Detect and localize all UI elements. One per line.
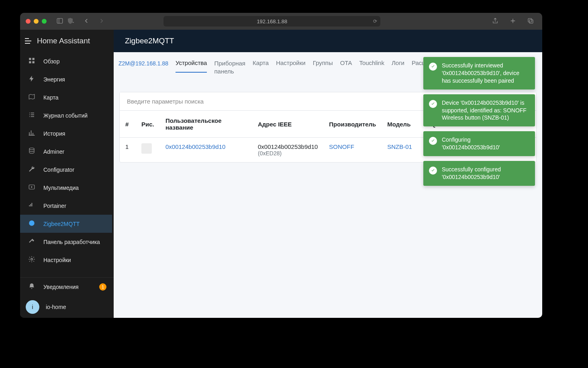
sidebar: Home Assistant Обзор Энергия Карта Журн (20, 30, 114, 318)
map-icon (27, 93, 36, 102)
tab-logs[interactable]: Логи (392, 59, 404, 72)
tab-devices[interactable]: Устройства (176, 59, 207, 73)
sidebar-item-zigbee2mqtt[interactable]: Zigbee2MQTT (20, 215, 112, 233)
toast-message: Configuring '0x00124b00253b9d10' (442, 136, 529, 151)
sidebar-item-media[interactable]: Мультимедиа (20, 179, 112, 197)
sidebar-item-configurator[interactable]: Configurator (20, 161, 112, 179)
bridge-link[interactable]: Z2M@192.168.1.88 (118, 59, 168, 67)
notifications-badge: 1 (99, 283, 106, 291)
sidebar-item-label: Обзор (43, 58, 59, 65)
play-icon (27, 183, 36, 192)
sidebar-item-devtools[interactable]: Панель разработчика (20, 233, 112, 251)
docker-icon (27, 201, 36, 210)
sidebar-item-energy[interactable]: Энергия (20, 70, 112, 88)
url-bar[interactable]: 192.168.1.88 ⟳ (163, 16, 380, 26)
mfr-link[interactable]: SONOFF (329, 143, 354, 150)
device-image-placeholder (141, 143, 152, 154)
window-controls (26, 19, 47, 24)
tab-groups[interactable]: Группы (313, 59, 333, 72)
sidebar-item-settings[interactable]: Настройки (20, 251, 112, 269)
url-text: 192.168.1.88 (257, 18, 287, 24)
svg-rect-2 (528, 18, 532, 22)
tab-settings[interactable]: Настройки (276, 59, 306, 72)
check-circle-icon (429, 137, 437, 145)
col-ieee[interactable]: Адрес IEEE (252, 111, 323, 138)
col-mfr[interactable]: Производитель (323, 111, 382, 138)
col-num[interactable]: # (120, 111, 136, 138)
sidebar-item-history[interactable]: История (20, 124, 112, 142)
reload-icon[interactable]: ⟳ (373, 18, 377, 24)
tab-dashboard[interactable]: Приборная панель (214, 59, 245, 81)
sidebar-item-label: Portainer (43, 203, 66, 209)
chart-icon (27, 129, 36, 138)
sidebar-item-label: История (43, 130, 65, 137)
tab-touchlink[interactable]: Touchlink (359, 59, 384, 72)
svg-rect-6 (29, 61, 31, 63)
toast-success[interactable]: Successfully interviewed '0x00124b00253b… (423, 57, 535, 89)
user-avatar: i (26, 300, 39, 314)
bell-icon (27, 283, 36, 291)
svg-point-11 (31, 258, 33, 260)
browser-titlebar: ⌄ 192.168.1.88 ⟳ (20, 13, 542, 30)
model-link[interactable]: SNZB-01 (387, 143, 412, 150)
browser-window: ⌄ 192.168.1.88 ⟳ (20, 13, 542, 318)
col-model[interactable]: Модель (382, 111, 422, 138)
sidebar-item-label: Журнал событий (43, 112, 88, 119)
dashboard-icon (27, 57, 36, 66)
sidebar-item-logs[interactable]: Журнал событий (20, 106, 112, 124)
check-circle-icon (429, 167, 437, 175)
sidebar-item-label: Configurator (43, 167, 74, 173)
share-icon[interactable] (489, 16, 501, 27)
toast-success[interactable]: Successfully configured '0x00124b00253b9… (423, 161, 535, 186)
toast-message: Device '0x00124b00253b9d10' is supported… (442, 99, 529, 122)
toast-message: Successfully configured '0x00124b00253b9… (442, 166, 529, 181)
menu-toggle-icon[interactable] (25, 38, 31, 44)
sidebar-item-label: Уведомления (43, 284, 79, 290)
sidebar-item-label: Настройки (43, 257, 71, 263)
svg-rect-3 (529, 20, 533, 23)
svg-rect-0 (57, 18, 63, 23)
col-pic[interactable]: Рис. (136, 111, 160, 138)
svg-rect-4 (29, 58, 31, 60)
device-name-link[interactable]: 0x00124b00253b9d10 (165, 143, 225, 150)
cell-num: 1 (120, 138, 136, 163)
list-icon (27, 111, 36, 120)
maximize-window-button[interactable] (42, 19, 47, 24)
hammer-icon (27, 238, 36, 246)
shield-icon[interactable] (64, 16, 76, 27)
toast-container: Successfully interviewed '0x00124b00253b… (423, 57, 535, 186)
tab-map[interactable]: Карта (253, 59, 269, 72)
app-title: Home Assistant (37, 37, 90, 45)
cell-ieee: 0x00124b00253b9d10 (0xED28) (252, 138, 323, 163)
forward-button[interactable] (96, 16, 108, 27)
sidebar-item-map[interactable]: Карта (20, 88, 112, 106)
tab-ota[interactable]: OTA (340, 59, 352, 72)
check-circle-icon (429, 63, 437, 71)
close-window-button[interactable] (26, 19, 31, 24)
sidebar-item-portainer[interactable]: Portainer (20, 197, 112, 215)
svg-rect-5 (33, 58, 35, 60)
tabs-overview-icon[interactable] (525, 16, 537, 27)
sidebar-item-label: Zigbee2MQTT (43, 221, 80, 227)
toast-success[interactable]: Device '0x00124b00253b9d10' is supported… (423, 94, 535, 127)
sidebar-item-label: Мультимедиа (43, 185, 79, 191)
sidebar-item-label: Карта (43, 94, 58, 101)
database-icon (27, 147, 36, 156)
cell-pic (136, 138, 160, 163)
sidebar-item-notifications[interactable]: Уведомления 1 (20, 278, 114, 296)
wrench-icon (27, 165, 36, 174)
col-name[interactable]: Пользовательское название (160, 111, 252, 138)
sidebar-item-label: Энергия (43, 76, 65, 83)
svg-point-8 (29, 148, 34, 150)
sidebar-item-overview[interactable]: Обзор (20, 52, 112, 70)
check-circle-icon (429, 100, 437, 108)
sidebar-user[interactable]: i io-home (20, 296, 114, 318)
new-tab-icon[interactable] (507, 16, 519, 27)
back-button[interactable] (80, 16, 92, 27)
sidebar-item-label: Adminer (43, 148, 64, 155)
sidebar-item-adminer[interactable]: Adminer (20, 142, 112, 161)
toast-success[interactable]: Configuring '0x00124b00253b9d10' (423, 131, 535, 156)
bolt-icon (27, 75, 36, 84)
zigbee-icon (27, 220, 36, 228)
minimize-window-button[interactable] (34, 19, 39, 24)
